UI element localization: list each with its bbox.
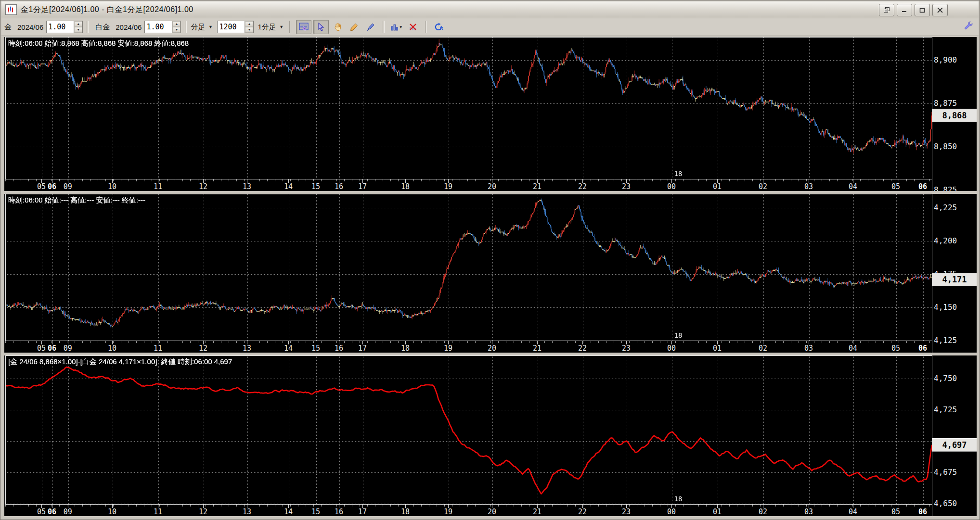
spin-up-icon[interactable]: ▲ bbox=[74, 21, 82, 27]
price-tick-label: 4,675 bbox=[934, 468, 957, 477]
chart-settings-button[interactable] bbox=[296, 20, 311, 34]
draw-pen-icon bbox=[366, 23, 375, 31]
window-title: 金1分足[2024/06]1.00 - 白金1分足[2024/06]1.00 bbox=[21, 5, 193, 15]
draw-pen-button[interactable] bbox=[363, 20, 378, 34]
platinum-multiplier-input[interactable] bbox=[145, 21, 172, 33]
hour-label: 05 bbox=[37, 507, 46, 516]
title-bar: 金1分足[2024/06]1.00 - 白金1分足[2024/06]1.00 bbox=[1, 1, 979, 18]
price-scale[interactable]: 8,9008,8758,8508,8258,868 bbox=[932, 37, 977, 191]
spin-down-icon[interactable]: ▼ bbox=[172, 27, 181, 33]
plot-area[interactable] bbox=[5, 37, 932, 179]
hour-label: 01 bbox=[713, 182, 722, 191]
hour-label: 06 bbox=[48, 344, 56, 353]
svg-text:R: R bbox=[440, 26, 443, 31]
pan-hand-icon bbox=[334, 23, 342, 31]
spread-chart-panel[interactable]: [金 24/06 8,868×1.00]-[白金 24/06 4,171×1.0… bbox=[4, 355, 977, 516]
ohlc-info-line: [金 24/06 8,868×1.00]-[白金 24/06 4,171×1.0… bbox=[8, 357, 232, 367]
hour-label: 11 bbox=[154, 182, 162, 191]
chevron-down-icon[interactable]: ▼ bbox=[278, 23, 285, 31]
hour-label: 13 bbox=[243, 344, 251, 353]
hour-label: 04 bbox=[849, 182, 857, 191]
hour-label: 06 bbox=[918, 507, 927, 516]
bar-count-input[interactable] bbox=[218, 21, 245, 33]
spinner-arrows[interactable]: ▲▼ bbox=[74, 21, 82, 33]
select-cursor-button[interactable] bbox=[313, 20, 329, 34]
chart-type-button[interactable]: ▼ bbox=[389, 20, 404, 34]
hour-label: 12 bbox=[199, 182, 207, 191]
minor-ticks bbox=[5, 179, 931, 181]
price-tick-label: 4,150 bbox=[934, 303, 957, 312]
settings-wrench-button[interactable] bbox=[963, 20, 974, 32]
last-price-badge: 4,171 bbox=[932, 273, 977, 286]
refresh-button[interactable]: R bbox=[432, 20, 446, 34]
hour-label: 00 bbox=[667, 344, 676, 353]
hour-label: 06 bbox=[48, 507, 56, 516]
copy-window-button[interactable] bbox=[879, 4, 894, 16]
hour-label: 21 bbox=[533, 507, 542, 516]
spin-up-icon[interactable]: ▲ bbox=[172, 21, 181, 27]
spinner-arrows[interactable]: ▲▼ bbox=[172, 21, 181, 33]
hour-label: 13 bbox=[243, 507, 251, 516]
hour-label: 19 bbox=[444, 507, 452, 516]
application-frame: 金1分足[2024/06]1.00 - 白金1分足[2024/06]1.00 金… bbox=[0, 0, 980, 520]
spinner-arrows[interactable]: ▲▼ bbox=[245, 21, 253, 33]
gold-chart-panel[interactable]: 時刻:06:00 始値:8,868 高値:8,868 安値:8,868 終値:8… bbox=[4, 37, 977, 191]
close-button[interactable] bbox=[932, 4, 948, 16]
hour-label: 21 bbox=[533, 344, 542, 353]
hour-label: 14 bbox=[284, 182, 293, 191]
price-scale[interactable]: 4,7504,7254,7004,6754,6504,697 bbox=[932, 355, 977, 516]
gold-multiplier-spinner[interactable]: ▲▼ bbox=[46, 21, 83, 33]
hour-label: 00 bbox=[667, 182, 676, 191]
hour-label: 16 bbox=[335, 182, 343, 191]
interval-type-dropdown[interactable]: 分足 ▼ bbox=[191, 23, 214, 32]
hour-label: 17 bbox=[358, 182, 367, 191]
hour-label: 23 bbox=[622, 182, 631, 191]
hour-label: 05 bbox=[891, 507, 900, 516]
price-tick-label: 4,125 bbox=[934, 336, 957, 345]
bar-count-spinner[interactable]: ▲▼ bbox=[217, 21, 254, 33]
platinum-label: 白金 bbox=[95, 23, 110, 32]
spin-down-icon[interactable]: ▼ bbox=[245, 27, 253, 33]
clear-drawings-button[interactable] bbox=[406, 20, 420, 34]
platinum-chart-panel[interactable]: 時刻:06:00 始値:--- 高値:--- 安値:--- 終値:---1805… bbox=[4, 194, 977, 353]
hour-label: 06 bbox=[918, 182, 927, 191]
hour-label: 11 bbox=[154, 507, 162, 516]
hour-label: 01 bbox=[713, 344, 722, 353]
price-tick-label: 8,900 bbox=[934, 55, 957, 64]
chevron-down-icon[interactable]: ▼ bbox=[399, 25, 403, 29]
maximize-button[interactable] bbox=[915, 4, 930, 16]
hour-label: 10 bbox=[108, 182, 116, 191]
toolbar-separator bbox=[87, 21, 89, 33]
spin-up-icon[interactable]: ▲ bbox=[245, 21, 253, 27]
price-scale[interactable]: 4,2254,2004,1754,1504,1254,171 bbox=[932, 194, 977, 353]
platinum-contract[interactable]: 2024/06 bbox=[116, 23, 142, 31]
price-tick-label: 8,825 bbox=[934, 185, 957, 191]
plot-area[interactable] bbox=[5, 194, 932, 341]
toolbar-separator bbox=[289, 21, 291, 33]
hour-label: 05 bbox=[891, 182, 900, 191]
draw-pencil-button[interactable] bbox=[347, 20, 361, 34]
hour-label: 04 bbox=[849, 507, 857, 516]
time-axis: 0506091011121314151617181920212223000102… bbox=[5, 505, 931, 516]
minimize-button[interactable] bbox=[897, 4, 912, 16]
date-change-label: 18 bbox=[674, 495, 682, 503]
interval-value-dropdown[interactable]: 1分足 ▼ bbox=[258, 23, 285, 32]
last-price-badge: 8,868 bbox=[932, 109, 977, 122]
hour-label: 14 bbox=[284, 344, 293, 353]
price-tick-label: 4,200 bbox=[934, 236, 957, 245]
platinum-multiplier-spinner[interactable]: ▲▼ bbox=[144, 21, 181, 33]
spin-down-icon[interactable]: ▼ bbox=[74, 27, 82, 33]
gold-multiplier-input[interactable] bbox=[47, 21, 74, 33]
gold-contract[interactable]: 2024/06 bbox=[17, 23, 43, 31]
toolbar-separator bbox=[185, 21, 187, 33]
hour-label: 03 bbox=[804, 507, 813, 516]
pan-hand-button[interactable] bbox=[331, 20, 345, 34]
price-tick-label: 4,750 bbox=[934, 374, 957, 383]
hour-label: 02 bbox=[759, 344, 767, 353]
chevron-down-icon[interactable]: ▼ bbox=[206, 23, 214, 31]
hour-label: 22 bbox=[578, 344, 587, 353]
hour-label: 17 bbox=[358, 344, 367, 353]
hour-label: 04 bbox=[849, 344, 857, 353]
select-cursor-icon bbox=[317, 23, 325, 31]
plot-area[interactable] bbox=[5, 355, 932, 505]
